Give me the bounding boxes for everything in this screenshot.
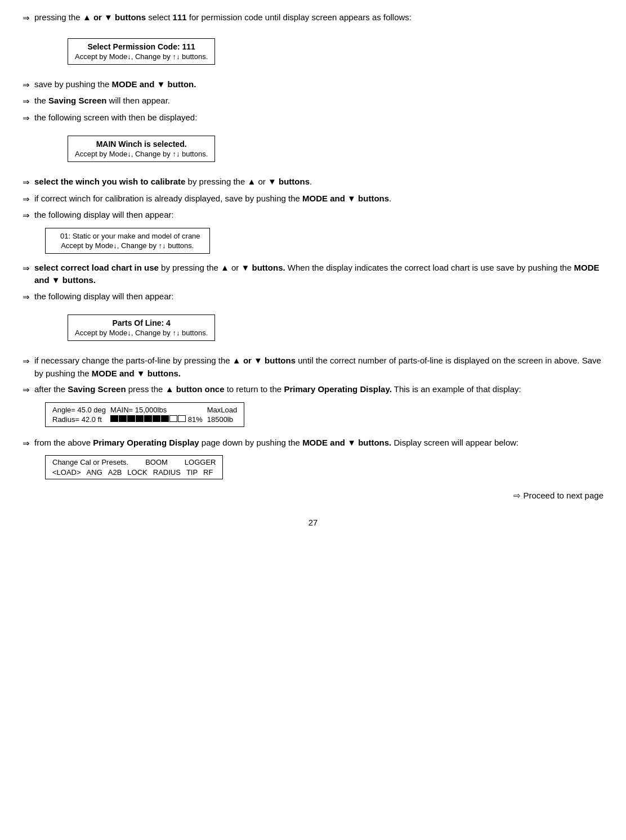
lock-item: LOCK	[127, 468, 147, 477]
boom-label: BOOM	[145, 458, 168, 466]
section-3-bullet-2: ⇒ if correct winch for calibration is al…	[23, 192, 603, 206]
display-line1: MAIN Winch is selected.	[75, 140, 208, 149]
section-2-text-3: the following screen with then be displa…	[34, 111, 603, 124]
rf-item: RF	[203, 468, 213, 477]
change-cal-label: Change Cal or Presets.	[52, 458, 128, 466]
proceed-text: ⇨ Proceed to next page	[23, 491, 603, 501]
change-row-1: Change Cal or Presets. BOOM LOGGER	[52, 458, 216, 466]
bar-block-5	[144, 415, 152, 422]
section-4-bullet-2: ⇒ the following display will then appear…	[23, 290, 603, 304]
load-item: <LOAD>	[52, 468, 81, 477]
section-5-text-2: after the Saving Screen press the ▲ butt…	[34, 383, 603, 396]
arrow-icon-2b: ⇒	[23, 95, 30, 108]
permission-code-display: Select Permission Code: 111 Accept by Mo…	[68, 38, 215, 65]
display-box-3: 01: Static or your make and model of cra…	[45, 228, 603, 254]
bar-percent: 81%	[188, 415, 203, 424]
page-number: 27	[23, 518, 603, 527]
display-line2: Accept by Mode↓, Change by ↑↓ buttons.	[75, 150, 208, 158]
display-line2: Accept by Mode↓, Change by ↑↓ buttons.	[75, 329, 208, 337]
bar-block-4	[136, 415, 144, 422]
display-line2: Accept by Mode↓, Change by ↑↓ buttons.	[75, 52, 208, 61]
arrow-icon-3a: ⇒	[23, 176, 30, 189]
section-2-bullet-1: ⇒ save by pushing the MODE and ▼ button.	[23, 78, 603, 92]
bar-block-6	[153, 415, 160, 422]
parts-of-line-display: Parts Of Line: 4 Accept by Mode↓, Change…	[68, 315, 215, 341]
section-1-bullet-1: ⇒ pressing the ▲ or ▼ buttons select 111…	[23, 11, 603, 25]
section-3-text-3: the following display will then appear:	[34, 209, 603, 222]
section-3-text-1: select the winch you wish to calibrate b…	[34, 176, 603, 188]
a2b-item: A2B	[108, 468, 122, 477]
section-4-bullet-1: ⇒ select correct load chart in use by pr…	[23, 262, 603, 287]
ang-item: ANG	[87, 468, 102, 477]
section-2-text-1: save by pushing the MODE and ▼ button.	[34, 78, 603, 91]
display-line1: Parts Of Line: 4	[75, 318, 208, 327]
bar-and-pct: 81%	[108, 415, 205, 424]
display-box-5: Angle= 45.0 deg MAIN= 15,000lbs MaxLoad …	[45, 402, 603, 429]
section-1-text-1: pressing the ▲ or ▼ buttons select 111 f…	[34, 11, 603, 24]
bar-block-8	[169, 415, 177, 422]
operating-display: Angle= 45.0 deg MAIN= 15,000lbs MaxLoad …	[45, 402, 244, 427]
section-3-bullet-3: ⇒ the following display will then appear…	[23, 209, 603, 222]
arrow-icon-5b: ⇒	[23, 384, 30, 397]
tip-item: TIP	[186, 468, 198, 477]
section-5-text-1: if necessary change the parts-of-line by…	[34, 354, 603, 380]
display-box-4: Parts Of Line: 4 Accept by Mode↓, Change…	[45, 309, 603, 347]
display-box-1: Select Permission Code: 111 Accept by Mo…	[45, 33, 603, 70]
arrow-icon-3c: ⇒	[23, 209, 30, 222]
arrow-icon-6a: ⇒	[23, 437, 30, 450]
bar-block-7	[161, 415, 169, 422]
section-3-text-2: if correct winch for calibration is alre…	[34, 192, 603, 205]
crane-display-line1: 01: Static or your make and model of cra…	[55, 232, 200, 240]
change-cal-display: Change Cal or Presets. BOOM LOGGER <LOAD…	[45, 455, 223, 479]
radius-item: RADIUS	[153, 468, 181, 477]
progress-bar	[110, 415, 186, 422]
section-5-bullet-1: ⇒ if necessary change the parts-of-line …	[23, 354, 603, 380]
display-box-2: MAIN Winch is selected. Accept by Mode↓,…	[45, 130, 603, 168]
bar-block-2	[119, 415, 127, 422]
main-winch-display: MAIN Winch is selected. Accept by Mode↓,…	[68, 136, 215, 162]
section-3-bullet-1: ⇒ select the winch you wish to calibrate…	[23, 176, 603, 189]
angle-label: Angle= 45.0 deg	[50, 405, 108, 415]
change-row-2: <LOAD> ANG A2B LOCK RADIUS TIP RF	[52, 468, 216, 477]
section-5-bullet-2: ⇒ after the Saving Screen press the ▲ bu…	[23, 383, 603, 397]
bar-block-9	[178, 415, 186, 422]
section-6-bullet-1: ⇒ from the above Primary Operating Displ…	[23, 437, 603, 450]
arrow-icon-1: ⇒	[23, 12, 30, 25]
section-4-text-2: the following display will then appear:	[34, 290, 603, 303]
section-4-text-1: select correct load chart in use by pres…	[34, 262, 603, 287]
arrow-icon-4a: ⇒	[23, 262, 30, 275]
crane-display-line2: Accept by Mode↓, Change by ↑↓ buttons.	[55, 241, 200, 250]
display-line1: Select Permission Code: 111	[75, 42, 208, 51]
section-6-text-1: from the above Primary Operating Display…	[34, 437, 603, 450]
section-2-bullet-2: ⇒ the Saving Screen will then appear.	[23, 95, 603, 108]
display-box-6: Change Cal or Presets. BOOM LOGGER <LOAD…	[45, 455, 603, 479]
arrow-icon-3b: ⇒	[23, 193, 30, 206]
logger-label: LOGGER	[185, 458, 216, 466]
radius-label: Radius= 42.0 ft	[50, 415, 108, 424]
arrow-icon-4b: ⇒	[23, 291, 30, 304]
arrow-icon-2a: ⇒	[23, 79, 30, 92]
section-2-text-2: the Saving Screen will then appear.	[34, 95, 603, 107]
max-load-value: 18500lb	[205, 415, 239, 424]
arrow-icon-2c: ⇒	[23, 112, 30, 125]
maxload-label: MaxLoad	[205, 405, 239, 415]
bar-block-1	[110, 415, 118, 422]
crane-display: 01: Static or your make and model of cra…	[45, 228, 210, 254]
section-2-bullet-3: ⇒ the following screen with then be disp…	[23, 111, 603, 125]
arrow-icon-5a: ⇒	[23, 355, 30, 368]
bar-block-3	[127, 415, 135, 422]
main-load-label: MAIN= 15,000lbs	[108, 405, 205, 415]
